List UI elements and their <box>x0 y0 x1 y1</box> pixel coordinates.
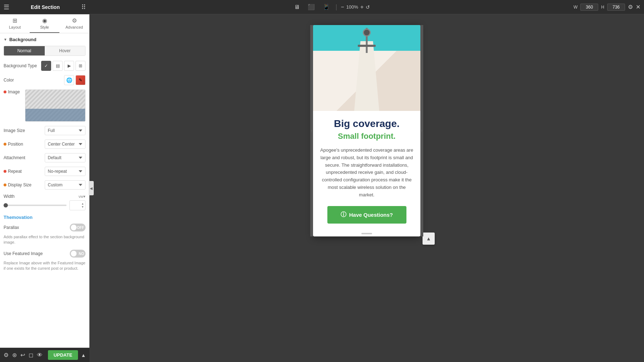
preview-wrapper: ⋮ <box>313 25 420 236</box>
parallax-label: Parallax <box>4 225 70 230</box>
preview-body-text: Apogee's unprecedented coverage areas ar… <box>320 147 413 199</box>
style-icon: ◉ <box>42 17 47 24</box>
preview-cta-button[interactable]: ⓘ Have Questions? <box>327 206 406 224</box>
zoom-in-btn[interactable]: + <box>360 4 364 10</box>
bg-type-slideshow-btn[interactable]: ⊞ <box>75 61 86 71</box>
width-slider-row: ▲ ▼ <box>4 200 86 210</box>
parallax-toggle[interactable]: OFF <box>70 224 86 231</box>
tab-layout[interactable]: ⊞ Layout <box>0 14 30 33</box>
repeat-pin-dot[interactable] <box>4 170 6 173</box>
preview-btn-icon: ⓘ <box>341 211 346 219</box>
width-label: Width <box>4 194 77 199</box>
close-icon[interactable]: ✕ <box>636 4 640 10</box>
position-pin-dot[interactable] <box>4 143 6 146</box>
parallax-row: Parallax OFF <box>4 224 86 231</box>
width-row: Width vw▾ <box>4 194 86 199</box>
layers-icon[interactable]: ⊛ <box>12 352 17 358</box>
bg-tab-normal[interactable]: Normal <box>4 46 45 55</box>
eyedropper-btn[interactable]: ✎ <box>75 75 86 85</box>
position-label: Position <box>8 142 23 147</box>
grid-icon[interactable]: ⠿ <box>81 3 86 11</box>
parallax-off-label: OFF <box>77 226 84 230</box>
background-type-row: Background Type ✓ ▤ ▶ ⊞ <box>4 61 86 71</box>
parallax-desc: Adds parallax effect to the section back… <box>4 234 86 245</box>
top-bar: ☰ Edit Section ⠿ 🖥 ⬛ 📱 | − 100% + ↺ W H … <box>0 0 644 14</box>
update-button[interactable]: UPDATE <box>48 350 78 360</box>
width-unit[interactable]: vw▾ <box>79 194 86 199</box>
layout-icon: ⊞ <box>13 17 17 24</box>
tab-advanced-label: Advanced <box>65 25 83 29</box>
mobile-device-btn[interactable]: 📱 <box>321 2 332 12</box>
tower-bar <box>358 45 376 47</box>
featured-image-label: Use Featured Image <box>4 251 70 256</box>
image-pin-dot[interactable] <box>4 90 6 93</box>
eye-icon[interactable]: 👁 <box>37 352 43 358</box>
expand-btn[interactable]: ▲ <box>81 352 86 358</box>
featured-image-off-label: NO <box>79 251 84 255</box>
image-preview-inner <box>25 90 85 121</box>
image-size-select[interactable]: Full Large Medium Thumbnail Custom <box>45 126 86 135</box>
bg-type-color-btn[interactable]: ✓ <box>41 61 51 71</box>
position-select[interactable]: Center Center Top Left Top Center Top Ri… <box>45 140 86 149</box>
collapse-panel-arrow-icon: ◀ <box>90 186 93 190</box>
advanced-icon: ⚙ <box>72 17 77 24</box>
preview-image-section <box>313 25 420 111</box>
attachment-select-wrapper: Default Fixed Scroll <box>45 153 86 162</box>
bg-type-gradient-btn[interactable]: ▤ <box>53 61 63 71</box>
attachment-label: Attachment <box>4 155 45 160</box>
preview-heading2: Small footprint. <box>320 132 413 141</box>
preview-card: Big coverage. Small footprint. Apogee's … <box>313 25 420 236</box>
preview-btn-label: Have Questions? <box>349 212 393 218</box>
collapse-panel-btn[interactable]: ◀ <box>89 181 94 195</box>
height-input[interactable] <box>607 4 625 11</box>
display-size-label-with-pin: Display Size <box>4 182 45 187</box>
width-slider[interactable] <box>4 205 67 206</box>
bg-tab-hover[interactable]: Hover <box>45 46 86 55</box>
image-preview[interactable] <box>25 89 86 122</box>
width-input[interactable] <box>580 4 598 11</box>
settings-icon[interactable]: ⚙ <box>628 4 633 10</box>
featured-image-row: Use Featured Image NO <box>4 250 86 258</box>
tab-style-label: Style <box>40 25 49 29</box>
background-type-label: Background Type <box>4 63 41 68</box>
tab-advanced[interactable]: ⚙ Advanced <box>59 14 89 33</box>
page-title: Edit Section <box>13 4 78 10</box>
tab-style[interactable]: ◉ Style <box>30 14 59 33</box>
bg-tabs: Normal Hover <box>4 46 86 56</box>
desktop-device-btn[interactable]: 🖥 <box>292 3 302 12</box>
scroll-up-btn[interactable]: ▲ <box>423 233 435 245</box>
repeat-row: Repeat No-repeat Repeat Repeat-x Repeat-… <box>4 167 86 176</box>
top-bar-left: ☰ Edit Section ⠿ <box>0 3 89 11</box>
bg-type-video-btn[interactable]: ▶ <box>64 61 74 71</box>
refresh-icon[interactable]: ↺ <box>366 4 370 10</box>
position-select-wrapper: Center Center Top Left Top Center Top Ri… <box>45 140 86 149</box>
background-section-header[interactable]: ▼ Background <box>4 37 86 42</box>
separator: | <box>336 3 337 11</box>
height-label: H <box>601 5 604 10</box>
featured-image-toggle[interactable]: NO <box>70 250 86 258</box>
settings-bottom-icon[interactable]: ⚙ <box>4 352 9 358</box>
attachment-select[interactable]: Default Fixed Scroll <box>45 153 86 162</box>
image-label-pin: Image <box>4 89 25 94</box>
responsive-icon[interactable]: ◻ <box>29 352 33 358</box>
left-panel: ⊞ Layout ◉ Style ⚙ Advanced ▼ Background… <box>0 14 89 348</box>
canvas-area: ⋮ <box>89 14 644 362</box>
hamburger-icon[interactable]: ☰ <box>4 3 9 11</box>
width-label: W <box>574 5 577 10</box>
left-resize-handle[interactable]: ⋮ <box>310 25 313 236</box>
scroll-dot <box>361 233 372 234</box>
color-row: Color 🌐 ✎ <box>4 75 86 85</box>
display-size-pin-dot[interactable] <box>4 184 6 186</box>
tablet-device-btn[interactable]: ⬛ <box>306 2 317 12</box>
preview-content: Big coverage. Small footprint. Apogee's … <box>313 111 420 231</box>
display-size-select[interactable]: Custom Cover Contain Auto <box>45 180 86 190</box>
global-color-btn[interactable]: 🌐 <box>64 75 74 85</box>
image-size-select-wrapper: Full Large Medium Thumbnail Custom <box>45 126 86 135</box>
right-resize-handle[interactable]: ⋮ <box>420 25 423 236</box>
history-icon[interactable]: ↩ <box>20 352 25 358</box>
color-label: Color <box>4 78 64 83</box>
top-bar-center: 🖥 ⬛ 📱 | − 100% + ↺ <box>89 2 572 12</box>
zoom-out-btn[interactable]: − <box>341 4 344 10</box>
repeat-label-with-pin: Repeat <box>4 169 45 174</box>
repeat-select[interactable]: No-repeat Repeat Repeat-x Repeat-y <box>45 167 86 176</box>
